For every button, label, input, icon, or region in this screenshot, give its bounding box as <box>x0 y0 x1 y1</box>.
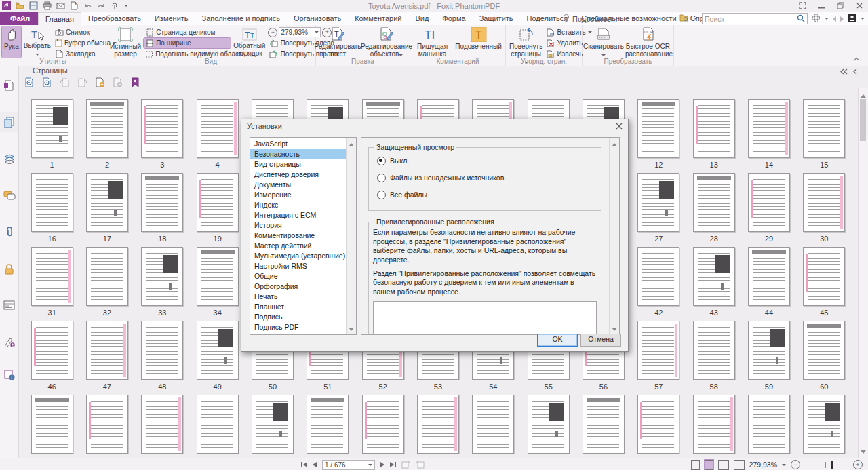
page-thumbnail[interactable] <box>86 173 128 232</box>
page-thumbnail[interactable] <box>693 247 735 306</box>
category-мастер-действий[interactable]: Мастер действий <box>250 241 347 251</box>
page-thumbnail[interactable] <box>86 321 128 380</box>
layers-panel-icon[interactable] <box>0 149 18 169</box>
qat-customize-caret-icon[interactable] <box>124 5 128 7</box>
page-thumbnail[interactable] <box>86 395 128 454</box>
edit-text-button[interactable]: T Редактировать текст <box>315 26 361 58</box>
first-page-icon[interactable] <box>301 462 307 467</box>
tab-главная[interactable]: Главная <box>38 12 81 25</box>
thumbnails-scrollbar[interactable] <box>858 88 868 458</box>
category-scroll-up-icon[interactable] <box>349 143 354 146</box>
tab-форма[interactable]: Форма <box>435 12 472 25</box>
select-tool-button[interactable]: T Выбрать <box>22 26 52 58</box>
pages-panel-icon[interactable] <box>0 112 18 132</box>
restore-icon[interactable] <box>836 1 845 10</box>
page-thumbnail[interactable] <box>637 173 679 232</box>
page-thumbnail[interactable] <box>141 173 183 232</box>
tab-file[interactable]: Файл <box>0 12 40 25</box>
page-thumbnail[interactable] <box>31 247 73 306</box>
scrollbar-thumb[interactable] <box>860 99 866 141</box>
delete-page-button[interactable]: Удалить <box>545 38 580 48</box>
email-icon[interactable] <box>56 1 65 10</box>
page-thumbnail[interactable] <box>197 173 239 232</box>
page-thumbnail[interactable] <box>693 99 735 158</box>
page-thumbnail[interactable] <box>31 395 73 454</box>
page-thumbnail[interactable] <box>141 395 183 454</box>
page-thumbnail[interactable] <box>86 247 128 306</box>
page-thumbnail[interactable] <box>748 247 790 306</box>
comments-panel-icon[interactable] <box>0 185 18 205</box>
page-thumbnail[interactable] <box>693 321 735 380</box>
category-комментирование[interactable]: Комментирование <box>250 231 347 241</box>
new-document-icon[interactable] <box>70 1 79 10</box>
page-thumbnail[interactable] <box>583 395 625 454</box>
protected-view-option-2[interactable]: Все файлы <box>377 189 601 200</box>
page-thumbnail[interactable] <box>693 395 735 454</box>
page-thumbnail[interactable] <box>86 99 128 158</box>
tab-защитить[interactable]: Защитить <box>473 12 520 25</box>
page-thumbnail[interactable] <box>803 395 845 454</box>
tab-изменить[interactable]: Изменить <box>148 12 195 25</box>
category-list-scrollbar[interactable] <box>346 138 356 334</box>
single-page-view-icon[interactable] <box>691 460 700 470</box>
category-история[interactable]: История <box>250 220 347 231</box>
tab-заполнение-и-подпись[interactable]: Заполнение и подпись <box>195 12 287 25</box>
category-javascript[interactable]: JavaScript <box>250 139 347 149</box>
page-thumbnail[interactable] <box>197 321 239 380</box>
page-thumbnail[interactable] <box>141 321 183 380</box>
zoom-out-icon[interactable]: − <box>268 28 277 37</box>
statusbar-zoom-in-icon[interactable]: + <box>853 460 863 469</box>
edit-objects-button[interactable]: Редактирование объектов <box>362 26 411 58</box>
page-number-box[interactable]: 1 / 676 <box>322 460 375 470</box>
category-мультимедиа-устаревшие-[interactable]: Мультимедиа (устаревшие) <box>250 251 347 261</box>
page-thumbnail[interactable] <box>637 395 679 454</box>
tab-вид[interactable]: Вид <box>408 12 435 25</box>
page-thumbnail[interactable] <box>417 395 459 454</box>
insert-page-thumbnail-icon[interactable] <box>95 77 105 87</box>
cancel-button[interactable]: Отмена <box>580 334 621 347</box>
actual-size-button[interactable]: Истинный размер <box>108 26 142 58</box>
clipboard-button[interactable]: Буфер обмена <box>54 38 104 48</box>
protected-view-option-0[interactable]: Выкл. <box>377 155 601 166</box>
snapshot-button[interactable]: Снимок <box>54 27 104 37</box>
page-thumbnail[interactable] <box>472 395 514 454</box>
page-thumbnail[interactable] <box>197 99 239 158</box>
statusbar-zoom-caret-icon[interactable] <box>782 464 786 466</box>
previous-view-icon[interactable] <box>401 461 410 469</box>
attachments-panel-icon[interactable] <box>0 222 18 242</box>
undo-icon[interactable] <box>83 1 92 10</box>
continuous-view-icon[interactable] <box>705 460 713 470</box>
page-thumbnail[interactable] <box>748 99 790 158</box>
scroll-down-icon[interactable] <box>861 450 866 454</box>
zoom-in-thumbnails-icon[interactable] <box>24 77 35 87</box>
scan-button[interactable]: Сканировать <box>585 26 623 58</box>
bookmarks-panel-icon[interactable] <box>0 75 18 96</box>
typewriter-button[interactable]: TI Пишущая машинка <box>412 26 452 58</box>
category-безопасность[interactable]: Безопасность <box>250 149 347 159</box>
pane-scroll-down-icon[interactable] <box>612 328 617 331</box>
pane-scroll-up-icon[interactable] <box>612 143 617 146</box>
page-thumbnail[interactable] <box>362 395 404 454</box>
account-caret-icon[interactable] <box>861 18 865 20</box>
rotate-thumbnail-left-icon[interactable] <box>60 77 70 87</box>
page-thumbnail[interactable] <box>748 321 790 380</box>
ocr-button[interactable]: OCR Быстрое OCR-распознавание <box>624 26 674 58</box>
zoom-slider-handle[interactable] <box>831 461 833 469</box>
page-thumbnail[interactable] <box>31 99 73 158</box>
reverse-order-button[interactable]: Tт Обратный порядок <box>232 26 267 58</box>
next-page-icon[interactable] <box>380 462 384 467</box>
category-документы[interactable]: Документы <box>250 180 347 190</box>
search-input[interactable]: Поиск <box>702 13 808 24</box>
delete-page-thumbnail-icon[interactable] <box>113 77 123 87</box>
page-thumbnail[interactable] <box>141 247 183 306</box>
page-thumbnail[interactable] <box>31 173 73 232</box>
continuous-facing-view-icon[interactable] <box>734 460 745 470</box>
page-thumbnail[interactable] <box>693 173 735 232</box>
document-info-panel-icon[interactable]: i <box>0 364 18 385</box>
settings-pane-scrollbar[interactable] <box>609 138 619 334</box>
collapse-all-panels-icon[interactable] <box>840 68 848 76</box>
category-подпись-pdf[interactable]: Подпись PDF <box>250 322 347 332</box>
page-thumbnail[interactable] <box>748 173 790 232</box>
category-scroll-down-icon[interactable] <box>349 328 354 331</box>
page-thumbnail[interactable] <box>803 247 845 306</box>
